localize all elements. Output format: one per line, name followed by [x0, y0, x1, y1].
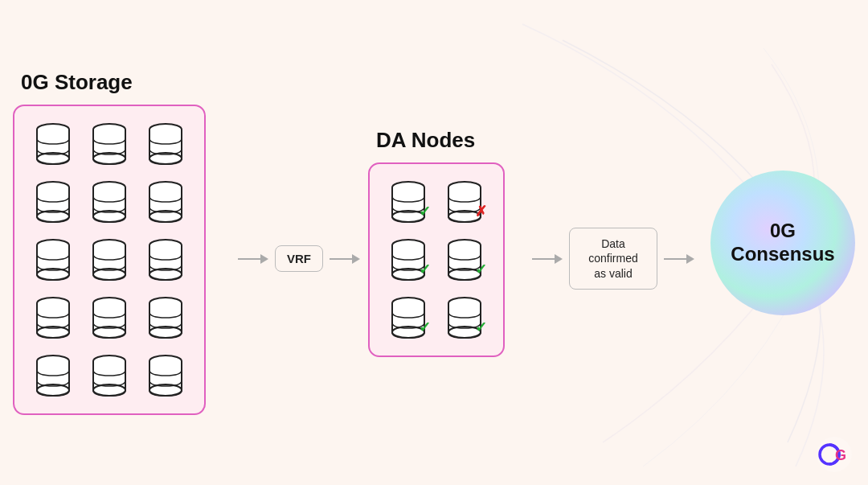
check-icon-6: ✓ [475, 319, 487, 336]
db-icon-2 [88, 121, 130, 167]
arrow-line-after-vrf [330, 258, 352, 260]
consensus-text-line2: Consensus [731, 243, 834, 266]
db-icon-7 [32, 236, 74, 283]
da-db-icon-4-check: ✓ [444, 236, 485, 283]
confirmed-box: Data confirmed as valid [569, 228, 657, 290]
db-icon-8 [88, 236, 130, 283]
main-diagram: 0G Storage [0, 0, 868, 485]
storage-box [13, 105, 206, 415]
da-db-icon-6-check: ✓ [444, 294, 485, 341]
da-db-icon-2-cross: ✗ [444, 179, 485, 225]
db-icon-12 [145, 294, 186, 341]
confirmed-connector: Data confirmed as valid [532, 228, 694, 290]
db-icon-3 [145, 121, 186, 167]
db-icon-11 [88, 294, 130, 341]
svg-point-42 [817, 437, 852, 472]
consensus-section: 0G Consensus [710, 171, 855, 315]
vrf-box: VRF [275, 245, 323, 272]
db-icon-9 [145, 236, 186, 283]
da-db-icon-3-check: ✓ [387, 236, 429, 283]
check-icon-5: ✓ [419, 319, 431, 336]
arrow-head-before-confirmed [555, 254, 563, 264]
db-icon-14 [88, 352, 130, 399]
arrow-line-before-confirmed [532, 258, 555, 260]
check-icon-4: ✓ [475, 261, 487, 278]
db-icon-1 [32, 121, 74, 167]
da-box: ✓ ✗ [368, 162, 505, 357]
db-icon-4 [32, 179, 74, 225]
check-icon-1: ✓ [419, 203, 431, 220]
vrf-connector: VRF [238, 245, 360, 272]
arrow-line-after-confirmed [664, 258, 686, 260]
storage-title: 0G Storage [21, 70, 133, 95]
svg-text:G: G [835, 447, 846, 463]
cross-icon-2: ✗ [475, 203, 487, 220]
da-title: DA Nodes [376, 128, 475, 153]
arrow-head-after-confirmed [686, 254, 694, 264]
vrf-label: VRF [287, 252, 311, 265]
da-section: DA Nodes ✓ [368, 128, 505, 357]
storage-section: 0G Storage [13, 70, 206, 415]
og-logo: G [817, 437, 852, 472]
consensus-text-line1: 0G [770, 220, 796, 243]
arrow-head-before-vrf [260, 254, 268, 264]
da-db-icon-1-check: ✓ [387, 179, 429, 225]
db-icon-10 [32, 294, 74, 341]
db-icon-13 [32, 352, 74, 399]
db-icon-15 [145, 352, 186, 399]
arrow-head-after-vrf [352, 254, 360, 264]
da-db-icon-5-check: ✓ [387, 294, 429, 341]
db-icon-5 [88, 179, 130, 225]
consensus-circle: 0G Consensus [710, 171, 855, 315]
db-icon-6 [145, 179, 186, 225]
arrow-line-before-vrf [238, 258, 260, 260]
check-icon-3: ✓ [419, 261, 431, 278]
confirmed-label: Data confirmed as valid [588, 237, 637, 279]
